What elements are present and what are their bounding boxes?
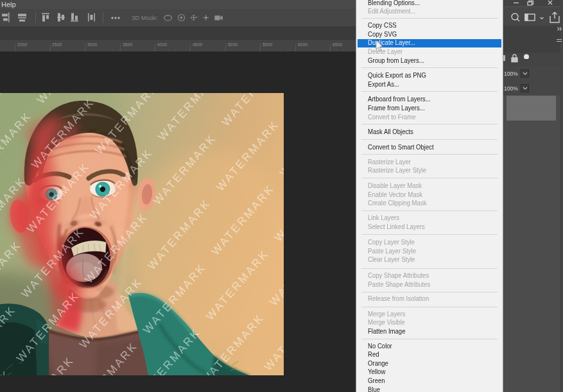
svg-text:3D Mode:: 3D Mode: [132,14,158,21]
